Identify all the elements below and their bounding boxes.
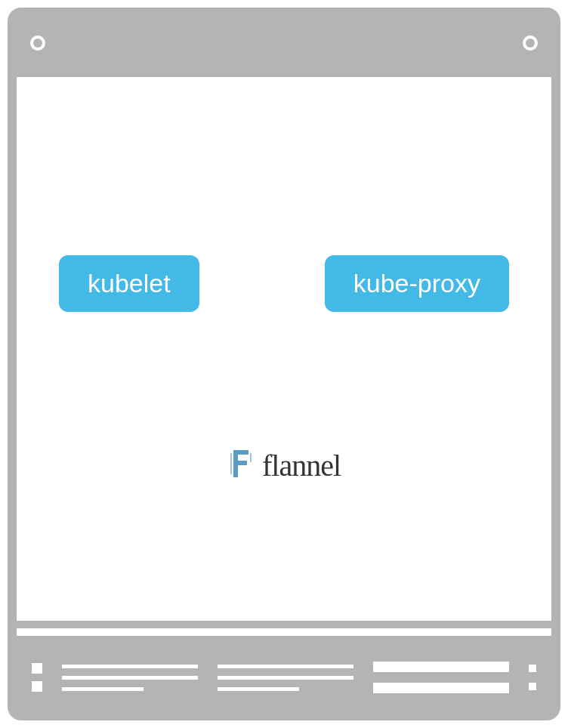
flannel-icon (227, 447, 255, 483)
network-ip: 192.168.56.106 (33, 564, 201, 591)
title-dot-right (523, 35, 538, 51)
status-bars (373, 662, 509, 693)
status-right-indicators (529, 665, 536, 690)
status-bar (17, 643, 551, 711)
title-bar (17, 17, 551, 69)
status-line (218, 676, 353, 680)
status-text-lines-1 (62, 665, 198, 691)
status-line (218, 687, 299, 691)
status-bar-thick (373, 662, 509, 672)
services-area: kubelet kube-proxy flannel (29, 89, 539, 514)
status-line (62, 687, 144, 691)
status-line (62, 676, 198, 680)
network-info: enp0s8 192.168.56.106（k8s-node1） (29, 514, 539, 609)
status-dot (529, 683, 536, 690)
status-text-lines-2 (218, 665, 353, 691)
status-bar-thick (373, 683, 509, 693)
status-dot (529, 665, 536, 672)
flannel-label: flannel (262, 448, 341, 483)
service-buttons-row: kubelet kube-proxy (29, 255, 539, 312)
status-line (62, 665, 198, 668)
kubelet-service: kubelet (59, 255, 199, 312)
network-address-line: 192.168.56.106（k8s-node1） (33, 561, 535, 595)
paren-close: ） (345, 564, 369, 591)
node-container: kubelet kube-proxy flannel enp0s8 192.16… (8, 8, 560, 720)
title-dot-left (30, 35, 45, 51)
flannel-logo: flannel (227, 447, 341, 483)
status-indicator-squares (32, 663, 42, 692)
status-square (32, 663, 42, 674)
status-line (218, 665, 353, 668)
separator-bar (17, 628, 551, 636)
network-interface: enp0s8 (33, 527, 535, 561)
status-square (32, 681, 42, 692)
paren-open: （ (201, 564, 225, 591)
kube-proxy-service: kube-proxy (325, 255, 509, 312)
main-panel: kubelet kube-proxy flannel enp0s8 192.16… (17, 77, 551, 621)
network-hostname: k8s-node1 (225, 564, 344, 591)
